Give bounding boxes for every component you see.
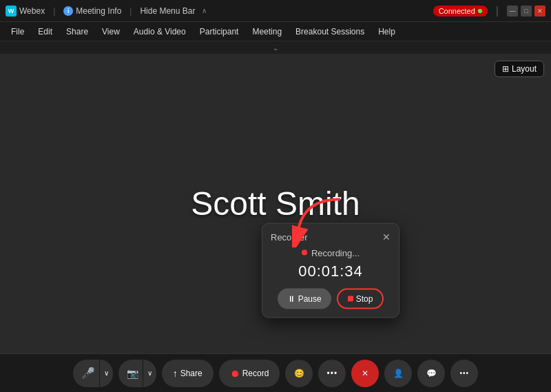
stop-icon [348, 296, 353, 301]
menu-edit[interactable]: Edit [32, 24, 58, 39]
recording-timer: 00:01:34 [271, 262, 391, 280]
recording-status: Recording... [271, 247, 391, 258]
share-label: Share [180, 369, 202, 378]
main-content: ⊞ Layout Scott Smith Recorder ✕ Recordin… [0, 54, 551, 353]
end-button[interactable]: ✕ [351, 360, 379, 387]
chat-icon: 💬 [426, 369, 437, 378]
video-button-group: 📷 ∨ [118, 360, 156, 387]
menu-meeting[interactable]: Meeting [247, 24, 287, 39]
menu-help[interactable]: Help [373, 24, 401, 39]
more-button[interactable]: ••• [318, 360, 346, 387]
mic-icon: 🎤 [81, 367, 95, 380]
close-button[interactable]: ✕ [534, 6, 545, 17]
menu-share[interactable]: Share [61, 24, 94, 39]
recording-dot [302, 250, 307, 256]
window-controls: — □ ✕ [507, 6, 545, 17]
app-name: Webex [19, 6, 45, 16]
separator-3: | [496, 5, 499, 17]
connected-badge: Connected [433, 6, 488, 17]
video-button[interactable]: 📷 [118, 360, 143, 387]
meeting-info-icon: i [63, 6, 73, 16]
webex-logo: W Webex [6, 6, 45, 17]
stop-label: Stop [356, 293, 373, 303]
title-bar: W Webex | i Meeting Info | Hide Menu Bar… [0, 0, 551, 22]
video-chevron-icon: ∨ [147, 369, 152, 377]
layout-label: Layout [512, 64, 537, 74]
recorder-buttons: ⏸ Pause Stop [271, 288, 391, 309]
people-button[interactable]: 👤 [384, 360, 412, 387]
layout-button[interactable]: ⊞ Layout [495, 61, 544, 77]
menu-participant[interactable]: Participant [194, 24, 245, 39]
people-icon: 👤 [393, 369, 404, 378]
stop-button[interactable]: Stop [337, 288, 384, 309]
chevron-down-icon: ⌄ [273, 44, 278, 52]
connected-dot [478, 9, 482, 13]
reactions-button[interactable]: 😊 [285, 360, 313, 387]
record-button[interactable]: ⏺ Record [219, 360, 280, 387]
separator-2: | [129, 6, 132, 16]
overflow-button[interactable]: ••• [450, 360, 478, 387]
maximize-button[interactable]: □ [521, 6, 532, 17]
menu-file[interactable]: File [6, 24, 30, 39]
mic-button[interactable]: 🎤 [73, 360, 99, 387]
overflow-icon: ••• [460, 369, 470, 377]
minimize-button[interactable]: — [507, 6, 518, 17]
user-name: Scott Smith [191, 185, 360, 223]
record-icon: ⏺ [230, 368, 240, 379]
recorder-title: Recorder [271, 231, 307, 242]
webex-icon: W [6, 6, 17, 17]
record-label: Record [242, 369, 269, 378]
recorder-close-button[interactable]: ✕ [382, 232, 391, 242]
video-chevron-button[interactable]: ∨ [143, 360, 156, 387]
title-bar-left: W Webex | i Meeting Info | Hide Menu Bar… [6, 6, 207, 17]
pause-icon: ⏸ [287, 293, 295, 303]
more-icon: ••• [327, 369, 338, 378]
title-bar-right: Connected | — □ ✕ [433, 5, 545, 17]
mic-button-group: 🎤 ∨ [73, 360, 113, 387]
share-button[interactable]: ↑ Share [162, 360, 214, 387]
pause-label: Pause [298, 293, 322, 303]
recorder-header: Recorder ✕ [271, 231, 391, 242]
reactions-icon: 😊 [294, 369, 304, 378]
mic-chevron-button[interactable]: ∨ [100, 360, 113, 387]
connected-label: Connected [439, 7, 475, 15]
hide-menubar-button[interactable]: Hide Menu Bar [140, 6, 195, 16]
recording-text: Recording... [311, 247, 360, 258]
pause-button[interactable]: ⏸ Pause [278, 288, 331, 309]
layout-icon: ⊞ [502, 64, 509, 74]
bottom-toolbar: 🎤 ∨ 📷 ∨ ↑ Share ⏺ Record 😊 ••• ✕ 👤 [0, 353, 551, 392]
menu-breakout[interactable]: Breakout Sessions [290, 24, 370, 39]
mic-chevron-icon: ∨ [104, 369, 109, 377]
menu-audio-video[interactable]: Audio & Video [128, 24, 191, 39]
meeting-info-button[interactable]: i Meeting Info [63, 6, 121, 16]
recorder-popup: Recorder ✕ Recording... 00:01:34 ⏸ Pause… [262, 223, 399, 318]
meeting-info-label: Meeting Info [76, 6, 121, 16]
menu-bar: File Edit Share View Audio & Video Parti… [0, 22, 551, 41]
video-icon: 📷 [127, 368, 138, 379]
end-icon: ✕ [362, 369, 368, 378]
chevron-bar[interactable]: ⌄ [0, 41, 551, 54]
menu-view[interactable]: View [96, 24, 125, 39]
hide-menubar-chevron: ∧ [202, 7, 207, 14]
separator-1: | [53, 6, 55, 16]
share-icon: ↑ [173, 368, 178, 379]
chat-button[interactable]: 💬 [417, 360, 445, 387]
